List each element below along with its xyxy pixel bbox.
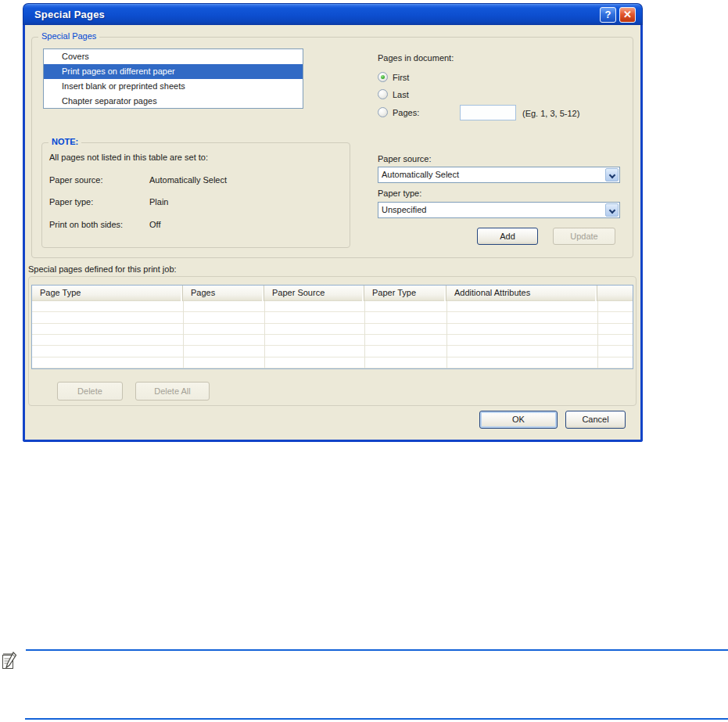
delete-all-button: Delete All	[135, 382, 210, 401]
note-both-sides-value: Off	[149, 220, 160, 229]
footer-rule-bottom	[25, 718, 728, 720]
list-item-chapter-separator-pages[interactable]: Chapter separator pages	[44, 94, 303, 109]
cancel-button[interactable]: Cancel	[565, 411, 626, 429]
jobs-table-caption: Special pages defined for this print job…	[28, 264, 177, 274]
column-divider	[264, 301, 265, 368]
note-paper-type-label: Paper type:	[49, 197, 93, 207]
column-divider	[597, 301, 598, 368]
delete-button: Delete	[57, 382, 123, 401]
pages-in-document-label: Pages in document:	[378, 53, 454, 63]
paper-source-label: Paper source:	[378, 154, 431, 163]
note-intro-text: All pages not listed in this table are s…	[49, 153, 208, 162]
footer-rule-top	[26, 649, 728, 651]
radio-pages[interactable]: Pages:	[378, 106, 419, 118]
paper-type-dropdown-button[interactable]	[605, 203, 619, 217]
dialog-title: Special Pages	[34, 9, 105, 20]
note-paper-source-value: Automatically Select	[149, 175, 227, 185]
note-both-sides-label: Print on both sides:	[49, 220, 123, 229]
close-button[interactable]: ✕	[619, 7, 636, 23]
add-button[interactable]: Add	[477, 228, 538, 245]
paper-type-label: Paper type:	[378, 189, 421, 198]
radio-pages-icon[interactable]	[378, 107, 388, 117]
paper-source-dropdown-button[interactable]	[605, 168, 619, 181]
paper-source-combobox[interactable]: Automatically Select	[378, 167, 620, 183]
note-paper-source-label: Paper source:	[49, 175, 102, 185]
column-divider	[183, 301, 184, 368]
column-divider	[364, 301, 365, 368]
note-paper-type-value: Plain	[149, 197, 168, 207]
list-item-print-pages-on-different-paper[interactable]: Print pages on different paper	[44, 64, 303, 79]
ok-button[interactable]: OK	[479, 411, 558, 429]
close-icon: ✕	[623, 9, 632, 20]
pages-range-input[interactable]	[460, 105, 516, 120]
chevron-down-icon	[609, 207, 615, 214]
note-group: NOTE: All pages not listed in this table…	[41, 142, 350, 248]
update-button: Update	[553, 228, 615, 245]
column-header-empty[interactable]	[597, 286, 633, 301]
dialog-titlebar[interactable]: Special Pages ? ✕	[23, 3, 643, 25]
note-icon	[2, 652, 17, 670]
special-pages-dialog: Special Pages ? ✕ Special Pages Covers P…	[23, 3, 643, 442]
paper-type-combobox[interactable]: Unspecified	[378, 202, 620, 218]
documentation-page: Special Pages ? ✕ Special Pages Covers P…	[0, 0, 728, 722]
chevron-down-icon	[609, 172, 615, 178]
radio-first-label: First	[393, 73, 409, 82]
dialog-body: Special Pages Covers Print pages on diff…	[23, 25, 643, 442]
radio-last[interactable]: Last	[378, 88, 409, 100]
table-body-empty[interactable]	[32, 301, 633, 368]
radio-last-label: Last	[393, 90, 409, 99]
paper-source-value: Automatically Select	[382, 170, 459, 179]
column-header-paper-type[interactable]: Paper Type	[364, 286, 446, 301]
column-header-pages[interactable]: Pages	[183, 286, 264, 301]
special-pages-group-label: Special Pages	[38, 31, 99, 41]
special-pages-table: Page Type Pages Paper Source Paper Type …	[31, 285, 633, 369]
note-group-label: NOTE:	[48, 137, 81, 146]
column-divider	[446, 301, 447, 368]
radio-first[interactable]: First	[378, 71, 409, 83]
column-header-paper-source[interactable]: Paper Source	[264, 286, 364, 301]
column-header-page-type[interactable]: Page Type	[32, 286, 183, 301]
list-item-covers[interactable]: Covers	[44, 49, 303, 64]
question-icon: ?	[605, 9, 611, 20]
help-button[interactable]: ?	[600, 7, 616, 23]
table-header-row: Page Type Pages Paper Source Paper Type …	[32, 286, 633, 301]
radio-first-icon[interactable]	[378, 72, 388, 82]
pages-range-hint: (Eg. 1, 3, 5-12)	[522, 109, 579, 118]
list-item-insert-blank-or-preprinted-sheets[interactable]: Insert blank or preprinted sheets	[44, 79, 303, 94]
radio-pages-label: Pages:	[393, 108, 419, 117]
special-page-type-list[interactable]: Covers Print pages on different paper In…	[43, 48, 303, 109]
paper-type-value: Unspecified	[382, 205, 426, 214]
radio-last-icon[interactable]	[378, 89, 388, 99]
column-header-additional-attributes[interactable]: Additional Attributes	[446, 286, 597, 301]
